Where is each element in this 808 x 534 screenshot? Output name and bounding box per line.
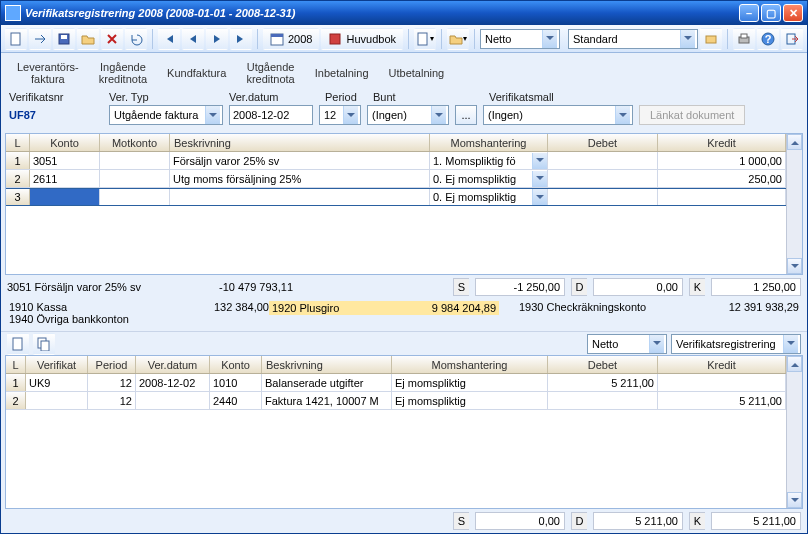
standard-dropdown[interactable]: Standard bbox=[568, 29, 698, 49]
toolbar-btn-settings[interactable] bbox=[700, 28, 722, 50]
cell2-debet[interactable]: 5 211,00 bbox=[548, 374, 658, 391]
cell2-konto[interactable]: 1010 bbox=[210, 374, 262, 391]
col-debet[interactable]: Debet bbox=[548, 134, 658, 151]
grid2-scrollbar[interactable] bbox=[786, 356, 802, 508]
cell-moms[interactable]: 1. Momspliktig fö bbox=[430, 152, 548, 169]
nav-next-icon[interactable] bbox=[206, 28, 228, 50]
tab-kundfaktura[interactable]: Kundfaktura bbox=[167, 67, 226, 79]
mini-copy-icon[interactable] bbox=[33, 333, 55, 355]
scroll-up-icon[interactable] bbox=[787, 356, 802, 372]
col2-verdatum[interactable]: Ver.datum bbox=[136, 356, 210, 373]
cell2-beskr[interactable]: Faktura 1421, 10007 M bbox=[262, 392, 392, 409]
cell2-moms[interactable]: Ej momspliktig bbox=[392, 392, 548, 409]
cell-moms[interactable]: 0. Ej momspliktig bbox=[430, 189, 548, 205]
cell2-kredit[interactable] bbox=[658, 374, 786, 391]
col2-momshantering[interactable]: Momshantering bbox=[392, 356, 548, 373]
col2-konto[interactable]: Konto bbox=[210, 356, 262, 373]
col-beskrivning[interactable]: Beskrivning bbox=[170, 134, 430, 151]
nav-last-icon[interactable] bbox=[230, 28, 252, 50]
cell-debet[interactable] bbox=[548, 170, 658, 187]
verifikatsmall-dropdown[interactable]: (Ingen) bbox=[483, 105, 633, 125]
cell-kredit[interactable]: 1 000,00 bbox=[658, 152, 786, 169]
cell-kredit[interactable] bbox=[658, 189, 786, 205]
tab-ingaende-kreditnota[interactable]: Ingående kreditnota bbox=[99, 61, 147, 85]
mini-netto-dropdown[interactable]: Netto bbox=[587, 334, 667, 354]
col-kredit[interactable]: Kredit bbox=[658, 134, 786, 151]
print-icon[interactable] bbox=[733, 28, 755, 50]
new-doc-dd-icon[interactable]: ▾ bbox=[414, 28, 436, 50]
tab-inbetalning[interactable]: Inbetalning bbox=[315, 67, 369, 79]
nav-first-icon[interactable] bbox=[158, 28, 180, 50]
cell-motkonto[interactable] bbox=[100, 170, 170, 187]
open-icon[interactable] bbox=[77, 28, 99, 50]
cell-konto[interactable]: 2611 bbox=[30, 170, 100, 187]
col2-kredit[interactable]: Kredit bbox=[658, 356, 786, 373]
cell2-period[interactable]: 12 bbox=[88, 392, 136, 409]
minimize-button[interactable]: – bbox=[739, 4, 759, 22]
col2-debet[interactable]: Debet bbox=[548, 356, 658, 373]
help-icon[interactable]: ? bbox=[757, 28, 779, 50]
col2-beskrivning[interactable]: Beskrivning bbox=[262, 356, 392, 373]
delete-icon[interactable] bbox=[101, 28, 123, 50]
cell2-kredit[interactable]: 5 211,00 bbox=[658, 392, 786, 409]
tab-utgaende-kreditnota[interactable]: Utgående kreditnota bbox=[246, 61, 294, 85]
period-dropdown[interactable]: 12 bbox=[319, 105, 361, 125]
col2-l[interactable]: L bbox=[6, 356, 26, 373]
cell-moms[interactable]: 0. Ej momspliktig bbox=[430, 170, 548, 187]
maximize-button[interactable]: ▢ bbox=[761, 4, 781, 22]
bunt-browse-button[interactable]: ... bbox=[455, 105, 477, 125]
grid1-scrollbar[interactable] bbox=[786, 134, 802, 274]
table-row[interactable]: 1 UK9 12 2008-12-02 1010 Balanserade utg… bbox=[6, 374, 786, 392]
table-row[interactable]: 3 0. Ej momspliktig bbox=[6, 188, 786, 206]
vertyp-dropdown[interactable]: Utgående faktura bbox=[109, 105, 223, 125]
cell-motkonto[interactable] bbox=[100, 189, 170, 205]
cell2-verdatum[interactable]: 2008-12-02 bbox=[136, 374, 210, 391]
col-konto[interactable]: Konto bbox=[30, 134, 100, 151]
cell-kredit[interactable]: 250,00 bbox=[658, 170, 786, 187]
cell-konto[interactable] bbox=[30, 189, 100, 205]
table-row[interactable]: 2 12 2440 Faktura 1421, 10007 M Ej momsp… bbox=[6, 392, 786, 410]
mini-view-dropdown[interactable]: Verifikatsregistrering bbox=[671, 334, 801, 354]
scroll-down-icon[interactable] bbox=[787, 492, 802, 508]
table-row[interactable]: 1 3051 Försäljn varor 25% sv 1. Momsplik… bbox=[6, 152, 786, 170]
col2-period[interactable]: Period bbox=[88, 356, 136, 373]
tab-leverantorsfaktura[interactable]: Leverantörs- faktura bbox=[17, 61, 79, 85]
col-motkonto[interactable]: Motkonto bbox=[100, 134, 170, 151]
cell-konto[interactable]: 3051 bbox=[30, 152, 100, 169]
cell-beskrivning[interactable]: Utg moms försäljning 25% bbox=[170, 170, 430, 187]
cell2-verif[interactable]: UK9 bbox=[26, 374, 88, 391]
cell2-konto[interactable]: 2440 bbox=[210, 392, 262, 409]
scroll-down-icon[interactable] bbox=[787, 258, 802, 274]
close-button[interactable]: ✕ bbox=[783, 4, 803, 22]
cell-beskrivning[interactable]: Försäljn varor 25% sv bbox=[170, 152, 430, 169]
new-doc-icon[interactable] bbox=[5, 28, 27, 50]
tab-utbetalning[interactable]: Utbetalning bbox=[389, 67, 445, 79]
scroll-up-icon[interactable] bbox=[787, 134, 802, 150]
undo-icon[interactable] bbox=[125, 28, 147, 50]
toolbar-btn-2[interactable] bbox=[29, 28, 51, 50]
cell-debet[interactable] bbox=[548, 189, 658, 205]
cell-beskrivning[interactable] bbox=[170, 189, 430, 205]
col2-verifikat[interactable]: Verifikat bbox=[26, 356, 88, 373]
verdatum-input[interactable]: 2008-12-02 bbox=[229, 105, 313, 125]
col-momshantering[interactable]: Momshantering bbox=[430, 134, 548, 151]
nav-prev-icon[interactable] bbox=[182, 28, 204, 50]
folder-dd-icon[interactable]: ▾ bbox=[447, 28, 469, 50]
cell2-moms[interactable]: Ej momspliktig bbox=[392, 374, 548, 391]
huvudbok-button[interactable]: Huvudbok bbox=[321, 28, 403, 50]
mini-new-icon[interactable] bbox=[7, 333, 29, 355]
cell2-debet[interactable] bbox=[548, 392, 658, 409]
cell2-verif[interactable] bbox=[26, 392, 88, 409]
year-button[interactable]: 2008 bbox=[263, 28, 319, 50]
bunt-dropdown[interactable]: (Ingen) bbox=[367, 105, 449, 125]
table-row[interactable]: 2 2611 Utg moms försäljning 25% 0. Ej mo… bbox=[6, 170, 786, 188]
netto-dropdown[interactable]: Netto bbox=[480, 29, 560, 49]
cell2-period[interactable]: 12 bbox=[88, 374, 136, 391]
cell2-verdatum[interactable] bbox=[136, 392, 210, 409]
exit-icon[interactable] bbox=[781, 28, 803, 50]
cell-motkonto[interactable] bbox=[100, 152, 170, 169]
cell2-beskr[interactable]: Balanserade utgifter bbox=[262, 374, 392, 391]
col-l[interactable]: L bbox=[6, 134, 30, 151]
cell-debet[interactable] bbox=[548, 152, 658, 169]
save-icon[interactable] bbox=[53, 28, 75, 50]
